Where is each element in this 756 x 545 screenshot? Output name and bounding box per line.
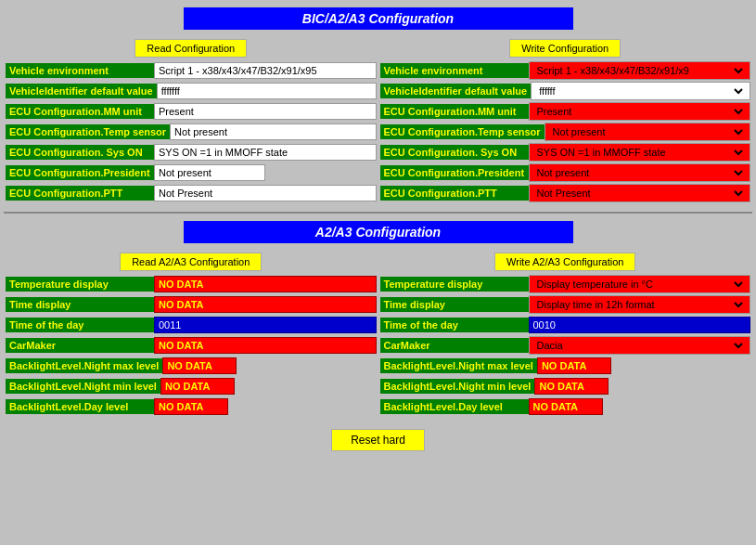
- a2a3-rval-temp-disp[interactable]: Display temperature in °C: [529, 275, 751, 293]
- row-value-vehicle-env: Script 1 - x38/x43/x47/B32/x91/x95: [154, 62, 377, 79]
- a2a3-panels: Read A2/A3 Configuration Temperature dis…: [4, 251, 752, 420]
- row-label-r-ptt: ECU Configuration.PTT: [380, 186, 529, 201]
- a2a3-label-day-level: BacklightLevel.Day level: [6, 399, 154, 414]
- reset-hard-button[interactable]: Reset hard: [331, 429, 425, 451]
- table-row: ECU Configuration.MM unit Present: [380, 102, 751, 121]
- table-row: Time of the day 0010: [380, 316, 751, 334]
- row-label-mm-unit: ECU Configuration.MM unit: [6, 104, 154, 119]
- table-row: BacklightLevel.Night min level NO DATA: [6, 377, 377, 396]
- mm-unit-select[interactable]: Present: [533, 105, 747, 118]
- read-a2a3-header: Read A2/A3 Configuration: [6, 253, 377, 271]
- row-value-sys-on: SYS ON =1 in MMOFF state: [154, 144, 377, 161]
- table-row: ECU Configuration.PTT Not Present: [6, 184, 377, 202]
- a2a3-label-time-day: Time of the day: [6, 318, 154, 332]
- row-label-r-president: ECU Configuration.President: [380, 165, 529, 180]
- table-row: ECU Configuration.President Not present: [380, 163, 751, 182]
- read-config-header: Read Configuration: [6, 39, 377, 58]
- a2a3-val-temp-disp: NO DATA: [154, 276, 377, 292]
- page-title: BIC/A2/A3 Configuration: [184, 7, 573, 30]
- row-label-r-mm-unit: ECU Configuration.MM unit: [380, 104, 529, 119]
- table-row: CarMaker NO DATA: [6, 336, 377, 355]
- write-a2a3-header: Write A2/A3 Configuration: [380, 253, 751, 271]
- a2a3-rlabel-time-day: Time of the day: [380, 318, 529, 332]
- table-row: ECU Configuration.President Not present: [6, 163, 377, 182]
- a2a3-rval-night-max: NO DATA: [537, 357, 611, 374]
- table-row: BacklightLevel.Day level NO DATA: [6, 397, 377, 416]
- a2a3-rlabel-time-disp: Time display: [380, 297, 529, 312]
- write-a2a3-button[interactable]: Write A2/A3 Configuration: [494, 253, 635, 271]
- time-disp-select[interactable]: Display time in 12h format: [533, 298, 747, 311]
- table-row: Vehicle environment Script 1 - x38/x43/x…: [380, 61, 751, 80]
- write-config-button[interactable]: Write Configuration: [509, 39, 621, 58]
- row-value-r-ptt[interactable]: Not Present: [529, 184, 751, 202]
- table-row: Time of the day 0011: [6, 316, 377, 334]
- row-value-r-temp-sensor[interactable]: Not present: [545, 123, 750, 141]
- table-row: ECU Configuration.Temp sensor Not presen…: [6, 123, 377, 141]
- a2a3-rlabel-night-max: BacklightLevel.Night max level: [380, 358, 537, 373]
- president-select[interactable]: Not present: [533, 166, 747, 179]
- a2a3-rval-night-min: NO DATA: [534, 378, 609, 395]
- row-label-president: ECU Configuration.President: [6, 165, 154, 180]
- table-row: BacklightLevel.Night min level NO DATA: [380, 377, 751, 396]
- table-row: ECU Configuration. Sys ON SYS ON =1 in M…: [6, 143, 377, 162]
- table-row: VehicleIdentifier default value fffffff: [6, 82, 377, 100]
- row-label-r-temp-sensor: ECU Configuration.Temp sensor: [380, 124, 545, 139]
- table-row: CarMaker Dacia: [380, 336, 751, 355]
- carmaker-select[interactable]: Dacia: [533, 339, 747, 352]
- a2a3-val-day-level: NO DATA: [154, 398, 228, 415]
- table-row: Time display Display time in 12h format: [380, 295, 751, 314]
- a2a3-rval-time-disp[interactable]: Display time in 12h format: [529, 295, 751, 314]
- row-label-r-vehicle-env: Vehicle environment: [380, 63, 529, 78]
- write-config-header: Write Configuration: [380, 39, 751, 58]
- table-row: BacklightLevel.Day level NO DATA: [380, 397, 751, 416]
- read-a2a3-button[interactable]: Read A2/A3 Configuration: [120, 253, 262, 271]
- table-row: BacklightLevel.Night max level NO DATA: [380, 357, 751, 375]
- top-section: Read Configuration Vehicle environment S…: [4, 37, 752, 206]
- a2a3-val-night-min: NO DATA: [160, 378, 235, 395]
- row-label-r-sys-on: ECU Configuration. Sys ON: [380, 145, 529, 160]
- a2a3-label-temp-disp: Temperature display: [6, 277, 154, 292]
- temp-disp-select[interactable]: Display temperature in °C: [533, 278, 747, 291]
- row-value-r-sys-on[interactable]: SYS ON =1 in MMOFF state: [529, 143, 751, 162]
- a2a3-left-panel: Read A2/A3 Configuration Temperature dis…: [4, 251, 378, 420]
- a2a3-val-time-disp: NO DATA: [154, 296, 377, 313]
- vehicle-id-select[interactable]: ffffff: [535, 84, 746, 97]
- reset-bar: Reset hard: [4, 429, 752, 451]
- a2a3-rval-carmaker[interactable]: Dacia: [529, 336, 751, 355]
- row-label-sys-on: ECU Configuration. Sys ON: [6, 145, 154, 160]
- a2a3-val-time-day: 0011: [154, 317, 377, 333]
- a2a3-label-night-max: BacklightLevel.Night max level: [6, 358, 162, 373]
- row-value-r-vehicle-env[interactable]: Script 1 - x38/x43/x47/B32/x91/x9: [529, 61, 751, 80]
- table-row: VehicleIdentifier default value ffffff: [380, 82, 751, 100]
- right-write-panel: Write Configuration Vehicle environment …: [378, 37, 753, 206]
- vehicle-env-select[interactable]: Script 1 - x38/x43/x47/B32/x91/x9: [533, 64, 747, 77]
- row-label-ptt: ECU Configuration.PTT: [6, 186, 154, 201]
- a2a3-rlabel-temp-disp: Temperature display: [380, 277, 529, 292]
- a2a3-label-carmaker: CarMaker: [6, 338, 154, 353]
- a2a3-section: A2/A3 Configuration Read A2/A3 Configura…: [4, 217, 752, 420]
- ptt-select[interactable]: Not Present: [533, 187, 747, 200]
- a2a3-label-time-disp: Time display: [6, 297, 154, 312]
- a2a3-val-night-max: NO DATA: [162, 357, 237, 374]
- row-value-r-vehicle-id[interactable]: ffffff: [531, 82, 750, 100]
- a2a3-right-panel: Write A2/A3 Configuration Temperature di…: [378, 251, 753, 420]
- table-row: ECU Configuration.Temp sensor Not presen…: [380, 123, 751, 141]
- row-value-president: Not present: [154, 164, 265, 181]
- a2a3-rlabel-carmaker: CarMaker: [380, 338, 529, 353]
- table-row: Vehicle environment Script 1 - x38/x43/x…: [6, 61, 377, 80]
- row-value-ptt: Not Present: [154, 185, 377, 201]
- row-value-r-president[interactable]: Not present: [529, 163, 751, 182]
- a2a3-val-carmaker: NO DATA: [154, 337, 377, 354]
- row-value-r-mm-unit[interactable]: Present: [529, 102, 751, 121]
- a2a3-rval-day-level: NO DATA: [529, 398, 603, 415]
- a2a3-rlabel-night-min: BacklightLevel.Night min level: [380, 379, 535, 394]
- table-row: ECU Configuration. Sys ON SYS ON =1 in M…: [380, 143, 751, 162]
- a2a3-rlabel-day-level: BacklightLevel.Day level: [380, 399, 529, 414]
- read-config-button[interactable]: Read Configuration: [135, 39, 247, 58]
- temp-sensor-select[interactable]: Not present: [549, 125, 746, 138]
- section-divider: [4, 212, 752, 214]
- table-row: ECU Configuration.MM unit Present: [6, 102, 377, 121]
- sys-on-select[interactable]: SYS ON =1 in MMOFF state: [533, 146, 747, 159]
- row-value-mm-unit: Present: [154, 103, 377, 120]
- row-label-r-vehicle-id: VehicleIdentifier default value: [380, 84, 532, 98]
